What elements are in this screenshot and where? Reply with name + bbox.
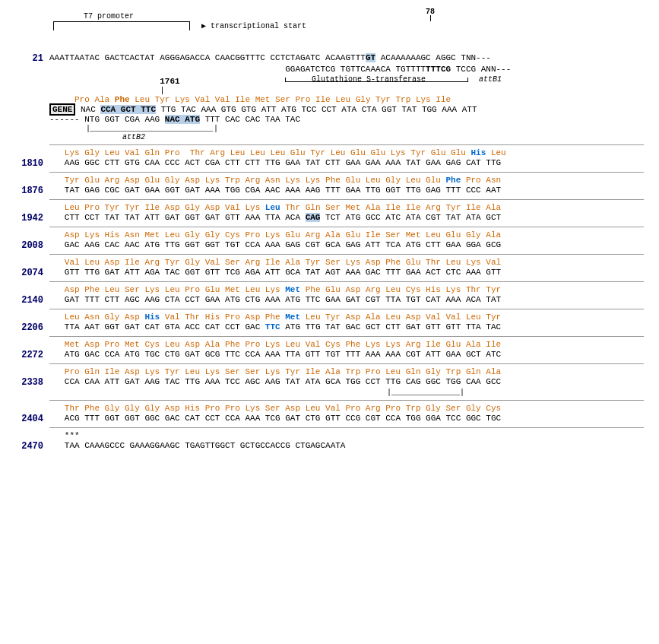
dna-1942-seq: CTT CCT TAT TAT ATT GAT GGT GAT GTT AAA … [49,213,501,224]
aa-2074-seq: Val Leu Asp Ile Arg Tyr Gly Val Ser Arg … [49,258,501,267]
line-21-cont-row: GGAGATCTCG TGTTCAAACA TGTTTTTTTCG TCCG A… [15,65,644,74]
bracket-2404: |_______________| [49,389,464,397]
gene-box: GENE [49,103,75,116]
line-21-number: 21 [15,53,49,64]
dna-2206-row: 2206 TTA AAT GGT GAT CAT GTA ACC CAT CCT… [15,322,644,333]
dna-gene-seq2: ------ NTG GGT CGA AAG NAC ATG TTT CAC C… [49,115,300,124]
t7-promoter-label: T7 promoter [84,12,134,21]
aa-2074-row: Val Leu Asp Ile Arg Tyr Gly Val Ser Arg … [15,258,644,267]
aa-gene-row: Pro Ala Phe Leu Tyr Lys Val Val Ile Met … [15,95,644,104]
gst-bracket-right [467,78,468,82]
aa-2140-seq: Asp Phe Leu Ser Lys Leu Pro Glu Met Leu … [49,285,501,294]
aa-2272-seq: Met Asp Pro Met Cys Leu Asp Ala Phe Pro … [49,340,501,349]
aa-2206-row: Leu Asn Gly Asp His Val Thr His Pro Asp … [15,312,644,322]
divider-2074 [49,254,644,255]
aa-1942-row: Leu Pro Tyr Tyr Ile Asp Gly Asp Val Lys … [15,203,644,212]
divider-1876 [49,172,644,173]
aa-2206-seq: Leu Asn Gly Asp His Val Thr His Pro Asp … [49,312,501,322]
line-1876-number: 1876 [15,186,49,196]
aa-1942-seq: Leu Pro Tyr Tyr Ile Asp Gly Asp Val Lys … [49,203,501,212]
dna-gene-row2: ------ NTG GGT CGA AAG NAC ATG TTT CAC C… [15,115,644,124]
dna-2074-row: 2074 GTT TTG GAT ATT AGA TAC GGT GTT TCG… [15,268,644,278]
dna-2470-row: 2470 TAA CAAAGCCC GAAAGGAAGC TGAGTTGGCT … [15,441,644,452]
divider-2338 [49,363,644,364]
dna-2404-seq: ACG TTT GGT GGT GGC GAC CAT CCT CCA AAA … [49,414,501,424]
aa-1876-seq: Tyr Glu Arg Asp Glu Gly Asp Lys Trp Arg … [49,176,501,185]
line-1810-number: 1810 [15,158,49,169]
dna-2404-row: 2404 ACG TTT GGT GGT GGC GAC CAT CCT CCA… [15,414,644,424]
dna-2338-seq: CCA CAA ATT GAT AAG TAC TTG AAA TCC AGC … [49,377,501,388]
dna-1942-row: 1942 CTT CCT TAT TAT ATT GAT GGT GAT GTT… [15,213,644,224]
dna-2206-seq: TTA AAT GGT GAT CAT GTA ACC CAT CCT GAC … [49,322,501,333]
line-21-row: 21 AAATTAATAC GACTCACTAT AGGGAGACCA CAAC… [15,53,644,64]
pos1761-anno: 1761 | [49,77,180,95]
divider-1942 [49,199,644,200]
divider-2272 [49,336,644,337]
top-annotation-area: T7 promoter ▶ transcriptional start 78 [53,8,644,53]
dna-2470-seq: TAA CAAAGCCC GAAAGGAAGC TGAGTTGGCT GCTGC… [49,441,345,452]
dna-2140-seq: GAT TTT CTT AGC AAG CTA CCT GAA ATG CTG … [49,295,501,306]
stars-2470-row: *** [15,431,644,440]
line-2074-number: 2074 [15,268,49,278]
line-1942-number: 1942 [15,213,49,224]
dna-2008-seq: GAC AAG CAC AAC ATG TTG GGT GGT TGT CCA … [49,240,501,251]
aa-2404-row: Thr Phe Gly Gly Gly Asp His Pro Pro Lys … [15,404,644,413]
aa-gene-seq: Pro Ala Phe Leu Tyr Lys Val Val Ile Met … [49,95,451,104]
divider-2008 [49,227,644,227]
line-2404-number: 2404 [15,414,49,424]
line-2338-number: 2338 [15,377,49,388]
dna-2338-row: 2338 CCA CAA ATT GAT AAG TAC TTG AAA TCC… [15,377,644,388]
divider-2404 [49,400,644,401]
divider-2470 [49,427,644,428]
dna-2074-seq: GTT TTG GAT ATT AGA TAC GGT GTT TCG AGA … [49,268,501,278]
line-2206-number: 2206 [15,322,49,333]
attb1-label: attB1 [479,75,502,84]
aa-2140-row: Asp Phe Leu Ser Lys Leu Pro Glu Met Leu … [15,285,644,294]
aa-2272-row: Met Asp Pro Met Cys Leu Asp Ala Phe Pro … [15,340,644,349]
line-2272-number: 2272 [15,350,49,360]
stars-2470: *** [49,431,80,440]
dna-gene-row1: GENE NAC CCA GCT TTC TTG TAC AAA GTG GTG… [15,105,644,114]
pos78-tick [430,15,431,21]
divider-2140 [49,281,644,282]
dna-1876-row: 1876 TAT GAG CGC GAT GAA GGT GAT AAA TGG… [15,186,644,196]
divider-2206 [49,309,644,309]
dna-1810-seq: AAG GGC CTT GTG CAA CCC ACT CGA CTT CTT … [49,158,501,169]
aa-2008-row: Asp Lys His Asn Met Leu Gly Gly Cys Pro … [15,230,644,240]
dna-1810-row: 1810 AAG GGC CTT GTG CAA CCC ACT CGA CTT… [15,158,644,169]
line-21-cont-spacer [15,65,49,74]
line-2140-number: 2140 [15,295,49,306]
line-2008-number: 2008 [15,240,49,251]
bracket-2404-row: |_______________| [15,389,644,397]
line-2470-number: 2470 [15,441,49,452]
dna-2272-row: 2272 ATG GAC CCA ATG TGC CTG GAT GCG TTC… [15,350,644,360]
aa-1810-row: Lys Gly Leu Val Gln Pro Thr Arg Leu Leu … [15,148,644,157]
dna-gene-seq1: GENE NAC CCA GCT TTC TTG TAC AAA GTG GTG… [49,105,477,114]
aa-1876-row: Tyr Glu Arg Asp Glu Gly Asp Lys Trp Arg … [15,176,644,185]
aa-2338-row: Pro Gln Ile Asp Lys Tyr Leu Lys Ser Ser … [15,367,644,376]
aa-2338-seq: Pro Gln Ile Asp Lys Tyr Leu Lys Ser Ser … [49,367,501,376]
attb2-row: |___________________________| attB2 [15,125,644,141]
line-21-seq: AAATTAATAC GACTCACTAT AGGGAGACCA CAACGGT… [49,53,491,64]
dna-1876-seq: TAT GAG CGC GAT GAA GGT GAT AAA TGG CGA … [49,186,501,196]
attb2-label: |___________________________| attB2 [49,125,218,141]
divider-1810 [49,144,644,145]
dna-2272-seq: ATG GAC CCA ATG TGC CTG GAT GCG TTC CCA … [49,350,501,360]
dna-2008-row: 2008 GAC AAG CAC AAC ATG TTG GGT GGT TGT… [15,240,644,251]
aa-2404-seq: Thr Phe Gly Gly Gly Asp His Pro Pro Lys … [49,404,501,413]
transcriptional-start-label: ▶ transcriptional start [201,21,306,30]
dna-2140-row: 2140 GAT TTT CTT AGC AAG CTA CCT GAA ATG… [15,295,644,306]
aa-2008-seq: Asp Lys His Asn Met Leu Gly Gly Cys Pro … [49,230,501,240]
line-21-cont-seq: GGAGATCTCG TGTTCAAACA TGTTTTTTTCG TCCG A… [49,65,511,74]
aa-1810-seq: Lys Gly Leu Val Gln Pro Thr Arg Leu Leu … [49,148,506,157]
sequence-container: T7 promoter ▶ transcriptional start 78 2… [15,8,644,452]
gst-label: Glutathione S-transferase [312,75,426,84]
t7-promoter-bracket [53,21,190,30]
gst-bracket-left [285,78,286,82]
